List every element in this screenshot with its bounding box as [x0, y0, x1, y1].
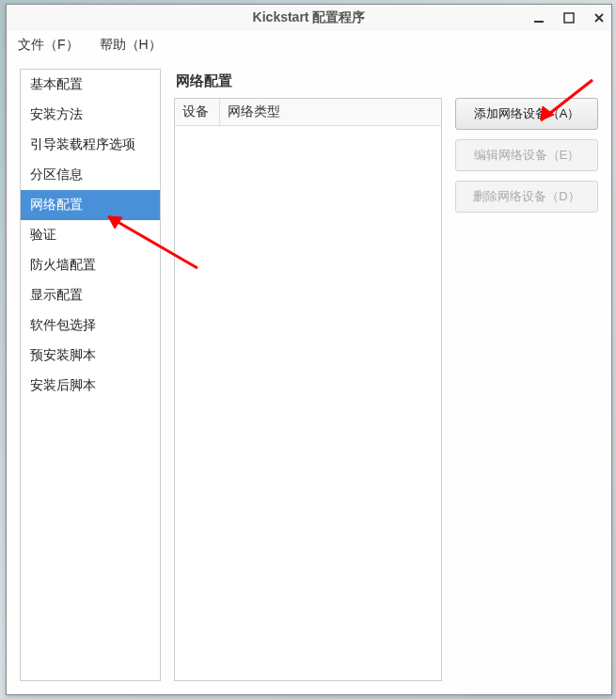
svg-rect-0 — [534, 21, 544, 23]
sidebar-item-partition[interactable]: 分区信息 — [21, 160, 160, 190]
edit-network-button: 编辑网络设备（E） — [455, 139, 598, 171]
sidebar-item-network[interactable]: 网络配置 — [21, 190, 160, 220]
sidebar-item-bootloader[interactable]: 引导装载程序选项 — [21, 130, 160, 160]
content-area: 基本配置 安装方法 引导装载程序选项 分区信息 网络配置 验证 防火墙配置 显示… — [7, 59, 611, 694]
menubar: 文件（F） 帮助（H） — [7, 31, 611, 59]
add-network-button[interactable]: 添加网络设备（A） — [455, 98, 598, 130]
device-table[interactable]: 设备 网络类型 — [174, 98, 442, 681]
app-window: Kickstart 配置程序 文件（F） 帮助（H） 基本配置 安装方法 引导装… — [6, 4, 612, 695]
sidebar-item-basic[interactable]: 基本配置 — [21, 70, 160, 100]
minimize-icon[interactable] — [532, 11, 545, 24]
col-device[interactable]: 设备 — [175, 99, 220, 125]
col-net-type[interactable]: 网络类型 — [220, 99, 441, 125]
main-row: 设备 网络类型 添加网络设备（A） 编辑网络设备（E） 删除网络设备（D） — [174, 98, 598, 681]
titlebar: Kickstart 配置程序 — [7, 5, 611, 31]
sidebar-item-display[interactable]: 显示配置 — [21, 280, 160, 310]
sidebar-item-preinstall[interactable]: 预安装脚本 — [21, 341, 160, 371]
menu-help[interactable]: 帮助（H） — [96, 35, 166, 56]
button-column: 添加网络设备（A） 编辑网络设备（E） 删除网络设备（D） — [455, 98, 598, 681]
close-icon[interactable] — [592, 11, 606, 24]
maximize-icon[interactable] — [562, 11, 576, 24]
sidebar-item-auth[interactable]: 验证 — [21, 220, 160, 250]
main-panel: 网络配置 设备 网络类型 添加网络设备（A） 编辑网络设备（E） 删除网络设备（… — [174, 69, 598, 681]
sidebar: 基本配置 安装方法 引导装载程序选项 分区信息 网络配置 验证 防火墙配置 显示… — [20, 69, 161, 681]
delete-network-button: 删除网络设备（D） — [455, 181, 598, 213]
window-title: Kickstart 配置程序 — [253, 9, 366, 26]
sidebar-item-postinstall[interactable]: 安装后脚本 — [21, 371, 160, 401]
sidebar-item-install[interactable]: 安装方法 — [21, 100, 160, 130]
menu-file[interactable]: 文件（F） — [14, 35, 83, 56]
sidebar-item-firewall[interactable]: 防火墙配置 — [21, 250, 160, 280]
window-controls — [532, 5, 606, 31]
table-header: 设备 网络类型 — [175, 99, 441, 126]
svg-rect-1 — [564, 13, 574, 23]
page-title: 网络配置 — [174, 69, 598, 98]
sidebar-item-packages[interactable]: 软件包选择 — [21, 310, 160, 341]
